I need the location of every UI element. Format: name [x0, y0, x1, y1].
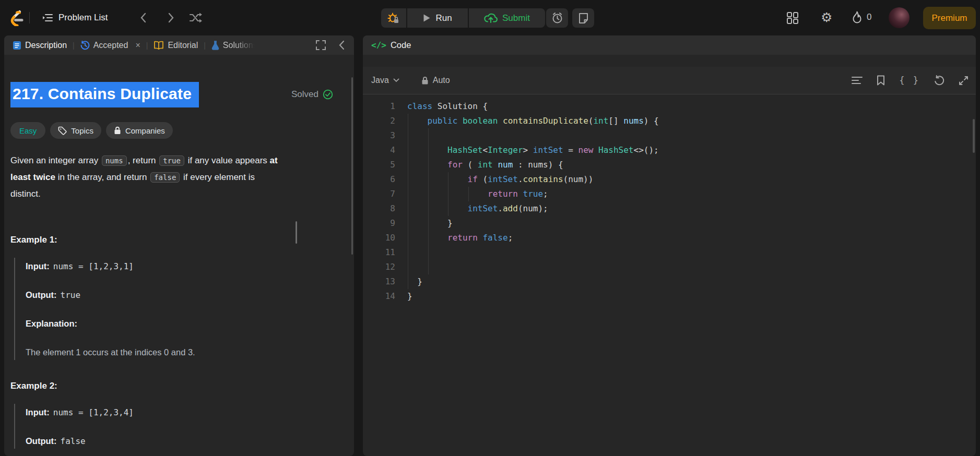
indent-guide: [408, 187, 408, 201]
tab-solutions[interactable]: Solutions: [211, 41, 257, 50]
code-line-8[interactable]: 8intSet.add(num);: [363, 201, 976, 216]
note-icon: [578, 13, 589, 24]
shuffle-button[interactable]: [189, 11, 203, 24]
settings-button[interactable]: ⚙: [821, 10, 832, 25]
code-line-13[interactable]: 13}: [363, 274, 976, 289]
lock-icon: [114, 126, 121, 135]
panel-scrollbar-thumb[interactable]: [351, 77, 353, 255]
solved-label: Solved: [291, 89, 318, 100]
indent-guide: [428, 128, 429, 143]
code-line-4[interactable]: 4HashSet<Integer> intSet = new HashSet<>…: [363, 143, 976, 158]
tab-separator: |: [73, 41, 75, 50]
indent-guide: [428, 172, 429, 187]
topbar-divider: [29, 12, 30, 23]
run-button[interactable]: Run: [407, 8, 468, 28]
line-number: 4: [363, 143, 395, 158]
avatar[interactable]: [889, 7, 910, 28]
timer-button[interactable]: [546, 8, 568, 28]
bookmark-icon[interactable]: [877, 75, 885, 86]
code-text: HashSet<Integer> intSet = new HashSet<>(…: [407, 145, 659, 155]
problem-title[interactable]: 217. Contains Duplicate: [10, 82, 199, 107]
code-line-9[interactable]: 9}: [363, 216, 976, 231]
next-problem-button[interactable]: [165, 11, 178, 24]
example-label: Example 2:: [10, 381, 354, 391]
top-bar: Problem List Run: [0, 0, 980, 35]
code-brackets-icon: </>: [371, 40, 386, 50]
code-line-5[interactable]: 5for ( int num : nums) {: [363, 158, 976, 172]
inline-code: false: [150, 172, 180, 183]
editor-scrollbar-thumb[interactable]: [973, 119, 975, 153]
indent-guide: [448, 172, 448, 187]
description-panel: Description|Accepted×|Editorial|Solution…: [4, 35, 354, 456]
fullscreen-icon[interactable]: [315, 40, 326, 51]
indent-guide: [408, 231, 408, 245]
chip-companies[interactable]: Companies: [106, 122, 173, 139]
problem-list-button[interactable]: Problem List: [42, 9, 108, 26]
indent-guide: [408, 245, 408, 260]
line-number: 6: [363, 172, 395, 187]
code-line-1[interactable]: 1class Solution {: [363, 99, 976, 114]
text-run: Given an integer array: [10, 155, 101, 165]
description-icon: [13, 41, 21, 50]
code-text: }: [407, 218, 453, 228]
indent-guide: [408, 274, 408, 289]
expand-editor-icon[interactable]: [959, 76, 969, 86]
tab-label: Editorial: [168, 41, 198, 50]
run-label: Run: [435, 13, 452, 23]
close-tab-icon[interactable]: ×: [135, 41, 140, 50]
code-line-12[interactable]: 12: [363, 260, 976, 274]
alarm-clock-icon: [551, 12, 563, 24]
indent-guide: [428, 245, 429, 260]
example-block: Input:nums = [1,2,3,1]Output:trueExplana…: [14, 258, 354, 360]
line-number: 1: [363, 99, 395, 114]
example-row: The element 1 occurs at the indices 0 an…: [26, 345, 354, 360]
example-explanation-text: The element 1 occurs at the indices 0 an…: [26, 347, 195, 357]
code-tab-label[interactable]: Code: [391, 40, 411, 50]
example-field-value: nums = [1,2,3,1]: [53, 261, 134, 271]
code-line-3[interactable]: 3: [363, 128, 976, 143]
premium-button[interactable]: Premium: [923, 7, 976, 29]
code-line-2[interactable]: 2public boolean containsDuplicate(int[] …: [363, 114, 976, 128]
line-number: 7: [363, 187, 395, 201]
example-row: Input:nums = [1,2,3,1]: [26, 259, 354, 274]
code-editor[interactable]: 1class Solution {2public boolean contain…: [363, 99, 976, 304]
code-line-6[interactable]: 6if (intSet.contains(num)): [363, 172, 976, 187]
line-number: 12: [363, 260, 395, 274]
prev-problem-button[interactable]: [137, 11, 149, 24]
description-panel-header: Description|Accepted×|Editorial|Solution…: [4, 35, 354, 55]
code-line-7[interactable]: 7return true;: [363, 187, 976, 201]
braces-icon[interactable]: { }: [899, 75, 920, 86]
chips-row: EasyTopicsCompanies: [10, 122, 354, 139]
tab-bar: Description|Accepted×|Editorial|Solution…: [4, 35, 310, 55]
problem-description: Given an integer array nums, return true…: [10, 152, 280, 202]
tab-accepted[interactable]: Accepted×: [80, 41, 140, 50]
leetcode-logo[interactable]: [8, 10, 23, 26]
tab-editorial[interactable]: Editorial: [154, 41, 198, 50]
format-code-icon[interactable]: [852, 76, 863, 85]
code-line-14[interactable]: 14}: [363, 289, 976, 304]
indent-guide: [428, 143, 429, 158]
indent-guide: [408, 201, 408, 216]
streak-indicator[interactable]: 0: [852, 11, 871, 23]
code-text: if (intSet.contains(num)): [407, 174, 593, 184]
layout-grid-button[interactable]: [786, 11, 799, 25]
notes-button[interactable]: [572, 8, 594, 28]
debug-button[interactable]: [381, 8, 406, 28]
auto-indent-toggle[interactable]: Auto: [421, 76, 450, 85]
code-line-11[interactable]: 11: [363, 245, 976, 260]
example-block: Input:nums = [1,2,3,4]Output:false: [14, 404, 354, 449]
reset-code-icon[interactable]: [934, 75, 944, 86]
chip-label: Easy: [19, 126, 37, 135]
code-line-10[interactable]: 10return false;: [363, 231, 976, 245]
submit-button[interactable]: Submit: [469, 8, 545, 28]
chip-topics[interactable]: Topics: [50, 122, 101, 139]
collapse-panel-icon[interactable]: [338, 40, 345, 50]
language-select[interactable]: Java: [371, 76, 399, 85]
example-field-label: Input:: [26, 407, 50, 417]
description-scrollbar-thumb[interactable]: [296, 221, 297, 244]
chip-easy[interactable]: Easy: [10, 122, 45, 139]
tab-separator: |: [204, 41, 206, 50]
auto-label: Auto: [433, 76, 450, 85]
tab-description[interactable]: Description: [13, 41, 67, 50]
premium-label: Premium: [931, 13, 967, 23]
